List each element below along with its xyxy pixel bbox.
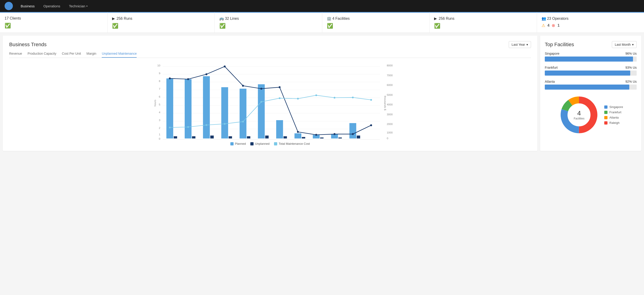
svg-point-38 [278,86,281,88]
svg-text:hours: hours [154,100,156,106]
total-cost-line [170,95,371,128]
facility-singapore-name: Singapore [545,52,560,55]
bar-planned-jan [222,87,228,138]
svg-point-44 [169,126,171,128]
planned-color [230,142,234,146]
stat-clients-title: 17 Clients [4,16,103,20]
donut-legend-raleigh: Raleigh [604,121,623,124]
stat-facilities-title: 🏢 4 Facilities [327,16,425,21]
top-facilities-panel: Top Facilities Last Month ▾ Singapore 96… [540,36,641,151]
bar-planned-may [294,133,301,138]
svg-text:10: 10 [157,64,160,67]
stat-card-runs1: ▶ 256 Runs ✅ [108,12,215,32]
svg-point-47 [224,123,226,124]
bar-unplanned-aug [357,136,360,138]
svg-text:2: 2 [159,126,160,129]
nav-technician[interactable]: Technician ▾ [66,3,91,10]
stat-card-clients: 17 Clients ✅ [0,12,108,32]
bar-unplanned-jun [320,138,324,138]
svg-text:9: 9 [159,72,160,75]
nav-business[interactable]: Business [18,3,38,10]
svg-text:8000: 8000 [387,64,393,67]
svg-point-37 [260,88,262,90]
tab-revenue[interactable]: Revenue [9,52,22,58]
facilities-title: Top Facilities [545,42,574,48]
legend-planned: Planned [230,142,246,146]
facility-atlanta-bar [545,84,629,90]
unplanned-color [250,142,254,146]
chart-legend: Planned Unplanned Total Maintenance Cost [9,142,531,146]
bar-planned-mar [258,84,265,138]
operators-warn-count: 4 [548,24,550,28]
stat-runs1-title: ▶ 256 Runs [112,16,210,21]
period-chevron-icon: ▾ [526,43,528,46]
facility-frankfurt-name: Frankfurt [545,66,558,70]
bar-planned-sep [166,78,173,138]
stat-runs2-title: ▶ 256 Runs [434,16,532,21]
frankfurt-legend-label: Frankfurt [609,110,621,114]
svg-text:5: 5 [159,103,160,106]
svg-point-50 [279,98,280,99]
svg-text:1000: 1000 [387,131,393,134]
tab-unplanned-maintenance[interactable]: Unplanned Maintenance [102,52,137,58]
runs2-check-icon: ✅ [434,23,440,29]
donut-subtitle: Facilities [574,117,584,120]
svg-text:8: 8 [159,80,160,82]
nav-operations[interactable]: Operations [40,3,64,10]
svg-point-41 [334,133,336,135]
tab-production-capacity[interactable]: Production Capacity [28,52,56,58]
svg-point-39 [297,131,299,133]
svg-text:6: 6 [159,95,160,98]
stat-lines-title: 🚌 32 Lines [219,16,318,21]
frankfurt-color-swatch [604,111,608,114]
stat-card-lines: 🚌 32 Lines ✅ [215,12,322,32]
nav-logo [4,2,13,10]
svg-text:thousands $: thousands $ [384,96,387,110]
svg-point-45 [187,126,189,128]
runs1-play-icon: ▶ [112,16,115,21]
svg-point-55 [370,99,372,101]
donut-chart: 4 Facilities [558,94,600,136]
facility-frankfurt-pct: 93% Us [626,66,637,70]
facility-frankfurt-bar [545,70,630,76]
tab-margin[interactable]: Margin [86,52,96,58]
unplanned-line [170,66,371,135]
facilities-period-dropdown[interactable]: Last Month ▾ [612,41,637,48]
facility-atlanta-pct: 92% Us [626,80,637,84]
donut-section: 4 Facilities Singapore Frankfurt Atlanta [545,94,637,136]
planned-label: Planned [235,142,246,146]
runs2-play-icon: ▶ [434,16,437,21]
atlanta-legend-label: Atlanta [609,116,618,119]
bar-unplanned-dec [210,136,214,138]
facility-singapore-bar [545,56,633,62]
singapore-legend-label: Singapore [609,105,623,109]
legend-total-cost: Total Maintenance Cost [274,142,310,146]
svg-text:3: 3 [159,118,160,122]
total-cost-label: Total Maintenance Cost [278,142,310,146]
svg-point-40 [315,134,318,136]
svg-text:4: 4 [159,111,160,114]
bar-unplanned-jul [338,138,342,138]
svg-point-48 [242,121,244,122]
svg-text:0: 0 [387,137,388,140]
bar-unplanned-jan [228,136,232,138]
tab-cost-per-unit[interactable]: Cost Per Unit [62,52,81,58]
trends-period-dropdown[interactable]: Last Year ▾ [509,41,531,48]
svg-point-53 [334,97,335,98]
bar-planned-aug [349,123,356,138]
bar-planned-feb [240,89,246,138]
svg-text:2000: 2000 [387,122,393,126]
facility-frankfurt: Frankfurt 93% Us [545,66,637,76]
bar-unplanned-mar [265,136,269,138]
svg-text:7: 7 [159,87,160,90]
unplanned-label: Unplanned [255,142,270,146]
bar-planned-dec [203,76,210,138]
bar-planned-oct [185,79,192,138]
raleigh-legend-label: Raleigh [609,121,620,124]
stat-card-facilities: 🏢 4 Facilities ✅ [322,12,430,32]
donut-legend-frankfurt: Frankfurt [604,110,623,114]
technician-chevron-icon: ▾ [86,5,88,7]
singapore-color-swatch [604,106,608,109]
navbar: Business Operations Technician ▾ [0,0,644,12]
bar-unplanned-sep [174,136,177,138]
